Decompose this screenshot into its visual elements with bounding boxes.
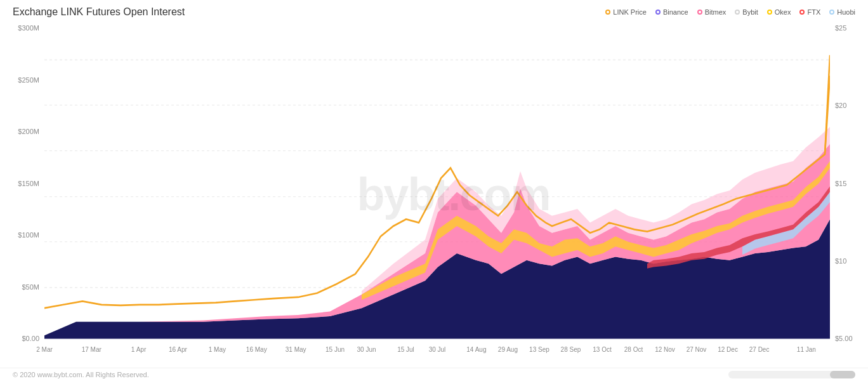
chart-header: Exchange LINK Futures Open Interest LINK…	[0, 0, 868, 21]
x-axis-label: 16 Apr	[169, 346, 187, 353]
x-axis-label: 1 May	[209, 346, 226, 353]
x-axis-label: 13 Oct	[593, 346, 611, 353]
y-axis-left-label: $200M	[0, 128, 39, 135]
legend-label-link-price: LINK Price	[613, 8, 647, 16]
y-axis-right-label: $25	[835, 24, 868, 32]
legend-item-huobi: Huobi	[829, 8, 855, 16]
legend-item-ftx: FTX	[799, 8, 820, 16]
y-axis-right-label: $10	[835, 257, 868, 265]
y-axis-left-label: $250M	[0, 76, 39, 84]
y-axis-right-label: $20	[835, 102, 868, 109]
footer: © 2020 www.bybt.com. All Rights Reserved…	[0, 368, 868, 381]
legend: LINK PriceBinanceBitmexBybitOkexFTXHuobi	[605, 8, 855, 16]
legend-item-okex: Okex	[767, 8, 791, 16]
legend-dot-okex	[767, 10, 772, 15]
legend-label-huobi: Huobi	[837, 8, 855, 16]
x-axis-label: 30 Jun	[357, 346, 376, 353]
scrollbar[interactable]	[728, 371, 855, 378]
x-axis-label: 29 Aug	[498, 346, 518, 353]
x-axis-label: 27 Dec	[749, 346, 770, 353]
y-axis-right-label: $15	[835, 180, 868, 187]
legend-label-ftx: FTX	[807, 8, 820, 16]
x-axis: 2 Mar17 Mar1 Apr16 Apr1 May16 May31 May1…	[44, 342, 830, 368]
y-axis-right: $5.00$10$15$20$25	[830, 21, 868, 342]
chart-svg	[44, 21, 830, 342]
y-axis-left-label: $100M	[0, 231, 39, 239]
x-axis-label: 28 Oct	[624, 346, 643, 353]
y-axis-left-label: $0.00	[0, 335, 39, 342]
chart-area: bybt.com $0.00$50M$100M$150M$200M$250M$3…	[0, 21, 868, 368]
y-axis-right-label: $5.00	[835, 335, 868, 342]
x-axis-label: 12 Nov	[655, 346, 675, 353]
legend-label-bybit: Bybit	[742, 8, 758, 16]
y-axis-left: $0.00$50M$100M$150M$200M$250M$300M	[0, 21, 44, 342]
x-axis-label: 12 Dec	[718, 346, 738, 353]
x-axis-label: 17 Mar	[82, 346, 102, 353]
copyright: © 2020 www.bybt.com. All Rights Reserved…	[13, 371, 149, 378]
legend-dot-link-price	[605, 10, 610, 15]
legend-dot-ftx	[799, 10, 805, 15]
legend-label-bitmex: Bitmex	[705, 8, 727, 16]
x-axis-label: 30 Jul	[429, 346, 446, 353]
y-axis-left-label: $300M	[0, 24, 39, 32]
legend-label-okex: Okex	[775, 8, 791, 16]
x-axis-label: 15 Jun	[326, 346, 345, 353]
x-axis-label: 16 May	[246, 346, 267, 353]
legend-item-link-price: LINK Price	[605, 8, 647, 16]
legend-item-bitmex: Bitmex	[697, 8, 727, 16]
chart-title: Exchange LINK Futures Open Interest	[13, 6, 185, 18]
scrollbar-thumb[interactable]	[830, 371, 855, 378]
x-axis-label: 31 May	[286, 346, 306, 353]
x-axis-label: 28 Sep	[561, 346, 581, 353]
x-axis-label: 1 Apr	[131, 346, 146, 353]
legend-label-binance: Binance	[663, 8, 688, 16]
x-axis-label: 11 Jan	[797, 346, 816, 353]
legend-dot-bitmex	[697, 10, 702, 15]
y-axis-left-label: $50M	[0, 283, 39, 291]
x-axis-label: 2 Mar	[36, 346, 53, 353]
chart-container: Exchange LINK Futures Open Interest LINK…	[0, 0, 868, 381]
legend-dot-huobi	[829, 10, 834, 15]
legend-item-binance: Binance	[655, 8, 688, 16]
legend-dot-binance	[655, 10, 661, 15]
x-axis-label: 13 Sep	[529, 346, 549, 353]
legend-dot-bybit	[735, 10, 740, 15]
y-axis-left-label: $150M	[0, 180, 39, 187]
legend-item-bybit: Bybit	[735, 8, 758, 16]
x-axis-label: 27 Nov	[687, 346, 707, 353]
x-axis-label: 14 Aug	[466, 346, 486, 353]
x-axis-label: 15 Jul	[397, 346, 414, 353]
